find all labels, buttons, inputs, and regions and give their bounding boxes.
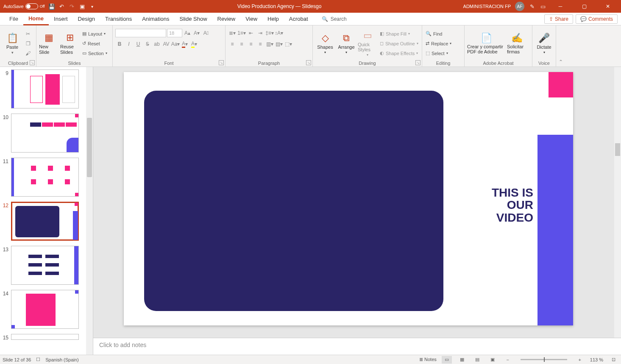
notes-pane[interactable]: Click to add notes <box>93 338 621 355</box>
strike-icon[interactable]: S̶ <box>143 40 152 48</box>
video-placeholder[interactable] <box>144 91 443 311</box>
dictate-button[interactable]: 🎤Dictate▾ <box>535 29 553 58</box>
maximize-button[interactable]: ▢ <box>574 0 594 13</box>
tab-acrobat[interactable]: Acrobat <box>284 13 313 25</box>
slideshow-view-icon[interactable]: ▣ <box>487 356 498 364</box>
zoom-in-icon[interactable]: + <box>575 356 585 364</box>
notes-toggle[interactable]: ≣ Notes <box>419 357 437 362</box>
underline-icon[interactable]: U <box>134 40 142 48</box>
indent-dec-icon[interactable]: ⇤ <box>247 29 255 37</box>
undo-icon[interactable]: ↶ <box>58 3 65 10</box>
slide-canvas[interactable]: THIS IS OUR VIDEO <box>124 72 573 325</box>
tab-help[interactable]: Help <box>262 13 284 25</box>
columns-icon[interactable]: ▥▾ <box>265 40 274 48</box>
tab-file[interactable]: File <box>4 13 23 25</box>
section-button[interactable]: ▭Section▾ <box>81 49 108 58</box>
tab-view[interactable]: View <box>240 13 262 25</box>
thumb-10[interactable]: 10 <box>0 111 93 155</box>
slide-title-text[interactable]: THIS IS OUR VIDEO <box>474 186 533 224</box>
sorter-view-icon[interactable]: ▦ <box>457 356 467 364</box>
autosave-control[interactable]: AutoSave Off <box>3 3 45 9</box>
line-spacing-icon[interactable]: ‡≡▾ <box>265 29 274 37</box>
qat-customize-icon[interactable]: ▾ <box>89 3 96 10</box>
redo-icon[interactable]: ↷ <box>69 3 75 10</box>
highlight-icon[interactable]: A▾ <box>190 40 198 48</box>
paste-dropdown-icon[interactable]: ▾ <box>11 50 14 55</box>
normal-view-icon[interactable]: ▭ <box>442 356 452 364</box>
font-color-icon[interactable]: A▾ <box>181 40 189 48</box>
zoom-level[interactable]: 113 % <box>590 357 603 362</box>
save-icon[interactable]: 💾 <box>48 3 55 10</box>
close-button[interactable]: ✕ <box>598 0 618 13</box>
thumb-14[interactable]: 14 <box>0 287 93 331</box>
shrink-font-icon[interactable]: A▾ <box>192 29 201 37</box>
reuse-slides-button[interactable]: ⊞ Reuse Slides <box>60 29 80 58</box>
thumb-12[interactable]: 12 <box>0 199 93 243</box>
italic-icon[interactable]: I <box>125 40 133 48</box>
fit-window-icon[interactable]: ⊡ <box>608 356 618 364</box>
numbering-icon[interactable]: 1≡▾ <box>237 29 246 37</box>
collapse-ribbon-button[interactable]: ⌃ <box>556 25 565 67</box>
user-avatar[interactable]: AF <box>515 2 524 11</box>
paste-button[interactable]: 📋 Paste ▾ <box>3 29 22 58</box>
format-painter-icon[interactable]: 🖌 <box>24 49 32 58</box>
align-right-icon[interactable]: ≡ <box>247 40 255 48</box>
comments-button[interactable]: 💬Comments <box>576 14 618 24</box>
tab-design[interactable]: Design <box>73 13 100 25</box>
clear-format-icon[interactable]: A⃠ <box>202 29 210 37</box>
bold-icon[interactable]: B <box>115 40 124 48</box>
font-launcher[interactable]: ↘ <box>219 60 224 65</box>
tab-transitions[interactable]: Transitions <box>100 13 137 25</box>
clipboard-launcher[interactable]: ↘ <box>30 60 35 65</box>
text-direction-icon[interactable]: ↕A▾ <box>275 29 283 37</box>
zoom-slider[interactable] <box>521 359 567 360</box>
align-center-icon[interactable]: ≡ <box>237 40 246 48</box>
layout-button[interactable]: ▤Layout▾ <box>81 30 108 38</box>
drawing-launcher[interactable]: ↘ <box>415 60 420 65</box>
minimize-button[interactable]: ─ <box>551 0 570 13</box>
justify-icon[interactable]: ≡ <box>256 40 265 48</box>
reset-button[interactable]: ↺Reset <box>81 39 108 48</box>
zoom-out-icon[interactable]: − <box>503 356 513 364</box>
accessibility-icon[interactable]: ☐ <box>36 357 40 362</box>
editor-scrollbar[interactable] <box>614 67 621 338</box>
thumb-9[interactable]: 9 <box>0 67 93 111</box>
font-name-combo[interactable] <box>115 29 166 37</box>
align-left-icon[interactable]: ≡ <box>228 40 237 48</box>
reading-view-icon[interactable]: ▤ <box>472 356 482 364</box>
tell-me-search[interactable]: 🔍 Search <box>322 16 347 22</box>
paragraph-launcher[interactable]: ↘ <box>306 60 311 65</box>
thumb-15[interactable]: 15 <box>0 331 93 340</box>
indent-inc-icon[interactable]: ⇥ <box>256 29 265 37</box>
thumbnails-scrollbar[interactable] <box>86 67 93 355</box>
align-text-icon[interactable]: ▤▾ <box>275 40 283 48</box>
smartart-icon[interactable]: ⬚▾ <box>284 40 292 48</box>
thumb-11[interactable]: 11 <box>0 155 93 199</box>
grow-font-icon[interactable]: A▴ <box>183 29 192 37</box>
cut-icon[interactable]: ✂ <box>24 30 32 38</box>
tab-slideshow[interactable]: Slide Show <box>174 13 212 25</box>
request-sign-button[interactable]: ✍Solicitar firmas <box>507 29 526 58</box>
present-from-start-icon[interactable]: ▣ <box>79 3 86 10</box>
replace-button[interactable]: ⇄Replace▾ <box>425 39 452 48</box>
shadow-icon[interactable]: ab <box>153 40 161 48</box>
slide-editor[interactable]: THIS IS OUR VIDEO ⬉ Click to add notes <box>93 67 621 355</box>
tab-review[interactable]: Review <box>212 13 241 25</box>
autosave-toggle[interactable] <box>25 3 38 9</box>
bullets-icon[interactable]: ≣▾ <box>228 29 237 37</box>
shapes-button[interactable]: ◇Shapes▾ <box>315 29 335 58</box>
slide-counter[interactable]: Slide 12 of 36 <box>3 357 31 362</box>
find-button[interactable]: 🔍Find <box>425 30 452 38</box>
share-button[interactable]: ⇪Share <box>544 14 573 24</box>
char-spacing-icon[interactable]: AV <box>162 40 170 48</box>
language-status[interactable]: Spanish (Spain) <box>45 357 78 362</box>
select-button[interactable]: ⬚Select▾ <box>425 49 452 58</box>
change-case-icon[interactable]: Aa▾ <box>171 40 180 48</box>
copy-icon[interactable]: ❐ <box>24 39 32 48</box>
tab-home[interactable]: Home <box>23 13 49 25</box>
tab-insert[interactable]: Insert <box>49 13 73 25</box>
create-pdf-button[interactable]: 📄Crear y compartir PDF de Adobe <box>467 29 505 58</box>
tab-animations[interactable]: Animations <box>137 13 174 25</box>
new-slide-button[interactable]: ▦ New Slide <box>39 29 58 58</box>
arrange-button[interactable]: ⧉Arrange▾ <box>337 29 356 58</box>
